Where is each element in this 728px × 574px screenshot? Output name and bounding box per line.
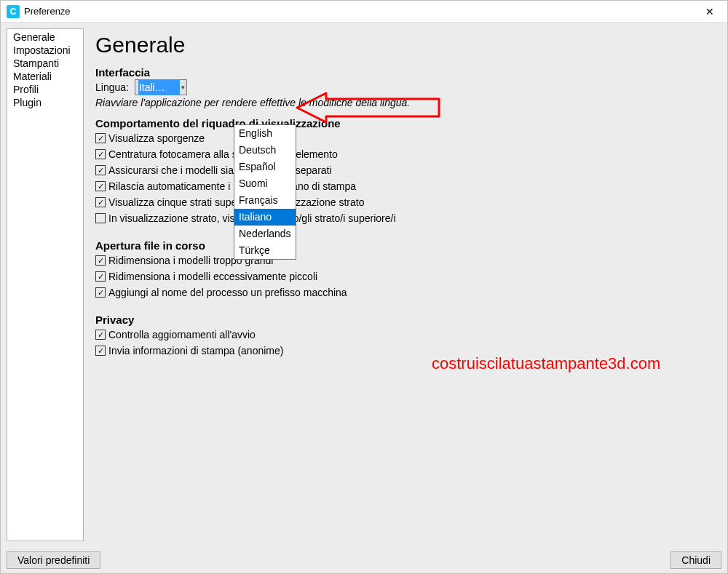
apertura-row: ✓Ridimensiona i modelli troppo grandi xyxy=(95,252,710,268)
apertura-row: ✓Aggiungi al nome del processo un prefis… xyxy=(95,284,710,300)
lingua-option[interactable]: Italiano xyxy=(234,209,296,226)
comportamento-checkbox[interactable]: ✓ xyxy=(95,149,106,159)
lingua-option[interactable]: Suomi xyxy=(234,175,296,192)
window-title: Preferenze xyxy=(24,6,695,17)
lingua-option[interactable]: Español xyxy=(234,159,296,175)
sidebar-item-stampanti[interactable]: Stampanti xyxy=(9,57,82,70)
comportamento-checkbox[interactable] xyxy=(95,213,106,223)
section-privacy-header: Privacy xyxy=(95,314,710,326)
apertura-row: ✓Ridimensiona i modelli eccessivamente p… xyxy=(95,268,710,284)
sidebar-item-generale[interactable]: Generale xyxy=(9,31,82,44)
footer: Valori predefiniti Chiudi xyxy=(1,547,727,573)
sidebar-item-impostazioni[interactable]: Impostazioni xyxy=(9,44,82,57)
apertura-checkbox[interactable]: ✓ xyxy=(95,287,106,298)
section-comportamento-header: Comportamento del riquadro di visualizza… xyxy=(95,117,710,129)
comportamento-row: ✓Centratura fotocamera alla selezione de… xyxy=(95,146,710,162)
lingua-hint: Riavviare l'applicazione per rendere eff… xyxy=(95,97,710,108)
comportamento-row: In visualizzazione strato, visualizza so… xyxy=(95,210,710,226)
watermark-text: costruiscilatuastampante3d.com xyxy=(432,354,660,373)
lingua-select[interactable]: Itali… ▾ xyxy=(135,79,187,95)
lingua-option[interactable]: Français xyxy=(234,192,296,209)
main-panel: Generale Interfaccia Lingua: Itali… ▾ Ri… xyxy=(84,28,721,541)
comportamento-row: ✓Rilascia automaticamente i modelli sul … xyxy=(95,178,710,194)
comportamento-row: ✓Assicurarsi che i modelli siano mantenu… xyxy=(95,162,710,178)
sidebar-item-materiali[interactable]: Materiali xyxy=(9,70,82,83)
close-icon[interactable]: ✕ xyxy=(695,1,724,22)
lingua-dropdown[interactable]: EnglishDeutschEspañolSuomiFrançaisItalia… xyxy=(234,124,296,260)
lingua-option[interactable]: Nederlands xyxy=(234,226,296,242)
section-apertura-header: Apertura file in corso xyxy=(95,239,710,252)
lingua-option[interactable]: Türkçe xyxy=(234,242,296,259)
lingua-label: Lingua: xyxy=(95,79,129,95)
lingua-select-value: Itali… xyxy=(138,79,180,95)
apertura-label: Ridimensiona i modelli eccessivamente pi… xyxy=(108,268,317,284)
sidebar-item-plugin[interactable]: Plugin xyxy=(9,96,82,109)
comportamento-checkbox[interactable]: ✓ xyxy=(95,181,106,191)
privacy-row: ✓Controlla aggiornamenti all'avvio xyxy=(95,327,710,343)
privacy-checkbox[interactable]: ✓ xyxy=(95,330,106,340)
app-icon: C xyxy=(7,5,20,18)
close-button[interactable]: Chiudi xyxy=(670,551,721,569)
page-title: Generale xyxy=(95,33,710,57)
privacy-checkbox[interactable]: ✓ xyxy=(95,346,106,356)
apertura-checkbox[interactable]: ✓ xyxy=(95,271,106,282)
sidebar: Generale Impostazioni Stampanti Material… xyxy=(7,28,84,541)
privacy-label: Controlla aggiornamenti all'avvio xyxy=(108,327,256,343)
comportamento-checkbox[interactable]: ✓ xyxy=(95,197,106,207)
lingua-option[interactable]: English xyxy=(234,125,296,142)
chevron-down-icon: ▾ xyxy=(180,79,185,95)
titlebar: C Preferenze ✕ xyxy=(1,1,727,23)
privacy-label: Invia informazioni di stampa (anonime) xyxy=(108,343,283,359)
comportamento-label: Rilascia automaticamente i modelli sul p… xyxy=(108,178,356,194)
comportamento-checkbox[interactable]: ✓ xyxy=(95,133,106,143)
comportamento-row: ✓Visualizza sporgenze xyxy=(95,130,710,146)
comportamento-checkbox[interactable]: ✓ xyxy=(95,165,106,175)
section-interfaccia-header: Interfaccia xyxy=(95,66,710,79)
comportamento-label: Visualizza sporgenze xyxy=(108,130,205,146)
comportamento-label: Centratura fotocamera alla selezione del… xyxy=(108,146,338,162)
comportamento-row: ✓Visualizza cinque strati superiori in v… xyxy=(95,194,710,210)
lingua-option[interactable]: Deutsch xyxy=(234,142,296,159)
defaults-button[interactable]: Valori predefiniti xyxy=(7,551,100,569)
apertura-label: Aggiungi al nome del processo un prefiss… xyxy=(108,284,347,300)
comportamento-label: Assicurarsi che i modelli siano mantenut… xyxy=(108,162,332,178)
sidebar-item-profili[interactable]: Profili xyxy=(9,83,82,96)
apertura-checkbox[interactable]: ✓ xyxy=(95,255,106,266)
